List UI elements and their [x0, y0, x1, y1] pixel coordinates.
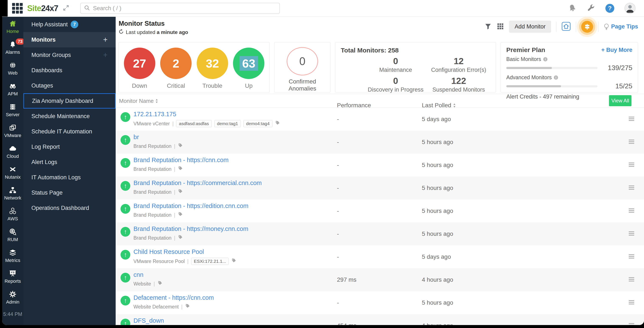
monitor-name-link[interactable]: DFS_down: [134, 317, 164, 324]
row-menu-icon[interactable]: [629, 254, 634, 259]
tag-icon[interactable]: [178, 235, 183, 241]
tag-icon[interactable]: [178, 143, 183, 149]
rail-item-alarms[interactable]: 73 Alarms: [4, 41, 22, 55]
sidebar-item-dashboards[interactable]: Dashboards: [23, 63, 116, 78]
tag-icon[interactable]: [185, 303, 190, 310]
search-input[interactable]: [92, 5, 276, 12]
row-menu-icon[interactable]: [629, 231, 634, 236]
row-menu-icon[interactable]: [629, 208, 634, 214]
row-menu-icon[interactable]: [629, 117, 634, 122]
sidebar-item-alert-logs[interactable]: Alert Logs: [23, 154, 116, 170]
rail-item-web[interactable]: Web: [4, 61, 22, 76]
filter-icon[interactable]: [484, 23, 492, 31]
rail-item-reports[interactable]: Reports: [4, 270, 22, 284]
add-monitor-button[interactable]: Add Monitor: [509, 21, 551, 33]
global-search[interactable]: [80, 3, 280, 14]
monitor-name-link[interactable]: Defacement - https://cnn.com: [134, 294, 214, 301]
sidebar-item-label: Zia Anomaly Dashboard: [32, 98, 93, 104]
status-circle-down[interactable]: 27 Down: [124, 48, 155, 89]
monitor-name-link[interactable]: Brand Reputation - https://edition.cnn.c…: [134, 203, 248, 210]
row-menu-icon[interactable]: [629, 300, 634, 305]
status-circle-trouble[interactable]: 32 Trouble: [197, 48, 228, 89]
nutanix-icon: [9, 166, 16, 173]
sidebar-item-it-automation-logs[interactable]: IT Automation Logs: [23, 170, 116, 185]
sidebar-item-operations-dashboard[interactable]: Operations Dashboard: [23, 200, 116, 216]
page-tips[interactable]: Page Tips: [604, 23, 638, 30]
status-circle-label: Trouble: [202, 82, 222, 89]
row-menu-icon[interactable]: [629, 277, 634, 282]
rail-item-admin[interactable]: Admin: [4, 290, 22, 305]
rail-item-rum[interactable]: RUM: [4, 228, 22, 242]
sidebar-item-status-page[interactable]: Status Page: [23, 185, 116, 200]
sidebar-item-schedule-maintenance[interactable]: Schedule Maintenance: [23, 109, 116, 124]
sidebar-item-schedule-it-automation[interactable]: Schedule IT Automation: [23, 124, 116, 139]
monitor-subline: Brand Reputation|: [134, 235, 183, 241]
rail-item-vmware[interactable]: VMware: [4, 124, 22, 138]
monitor-name-link[interactable]: 172.21.173.175: [134, 111, 176, 118]
monitor-name-link[interactable]: Brand Reputation - https://commercial.cn…: [134, 180, 262, 187]
buy-more-link[interactable]: + Buy More: [601, 47, 632, 53]
rail-item-nutanix[interactable]: Nutanix: [4, 166, 22, 180]
rail-item-metrics[interactable]: Metrics: [4, 249, 22, 263]
sidebar-item-outages[interactable]: Outages: [23, 78, 116, 93]
sidebar-item-label: Status Page: [32, 190, 62, 196]
monitor-type: Brand Reputation: [134, 235, 172, 241]
add-icon[interactable]: +: [103, 35, 108, 44]
row-menu-icon[interactable]: [629, 323, 634, 325]
row-menu-icon[interactable]: [629, 186, 634, 191]
sidebar-item-zia-anomaly-dashboard[interactable]: Zia Anomaly Dashboard: [23, 93, 116, 109]
monitor-row: ↑ br Brand Reputation| - 5 hours ago: [116, 131, 644, 153]
tag-pill: asdfasd:asdfas: [176, 120, 212, 127]
sidebar-item-label: Dashboards: [32, 67, 62, 74]
rail-item-label: Home: [6, 29, 19, 34]
refresh-icon[interactable]: [118, 29, 124, 36]
sidebar-item-monitors[interactable]: Monitors +: [23, 32, 116, 47]
guided-tour-signpost-icon[interactable]: [581, 21, 593, 33]
last-updated-text: Last updated a minute ago: [126, 29, 188, 35]
notifications-bell-icon[interactable]: [568, 4, 576, 13]
view-all-button[interactable]: View All: [609, 95, 632, 106]
info-icon[interactable]: i: [554, 75, 558, 80]
rail-item-server[interactable]: Server: [4, 103, 22, 117]
tag-icon[interactable]: [158, 281, 162, 287]
sidebar-item-log-report[interactable]: Log Report: [23, 139, 116, 154]
plan-card: Premier Plan + Buy More Basic Monitors i…: [500, 42, 638, 92]
tag-icon[interactable]: [178, 189, 183, 195]
total-stat-value: 0: [364, 76, 427, 86]
grid-view-icon[interactable]: [497, 23, 504, 31]
rail-item-apm[interactable]: APM: [4, 82, 22, 97]
confirmed-anomalies-card[interactable]: 0 Confirmed Anomalies: [274, 42, 330, 92]
add-icon[interactable]: +: [103, 51, 108, 60]
monitor-name-link[interactable]: cnn: [134, 271, 144, 278]
column-monitor-name[interactable]: Monitor Name: [119, 98, 158, 104]
expand-icon[interactable]: [63, 5, 69, 12]
rail-item-network[interactable]: Network: [4, 186, 22, 201]
row-menu-icon[interactable]: [629, 162, 634, 168]
tools-wrench-icon[interactable]: [587, 4, 595, 13]
rail-item-home[interactable]: Home: [4, 20, 22, 34]
status-circle-up[interactable]: 63 Up: [233, 48, 264, 89]
monitor-row: ↑ Brand Reputation - https://money.cnn.c…: [116, 222, 644, 245]
tag-icon[interactable]: [178, 212, 183, 218]
rail-item-cloud[interactable]: Cloud: [4, 145, 22, 159]
monitor-name-link[interactable]: br: [134, 134, 139, 141]
status-circle-critical[interactable]: 2 Critical: [160, 48, 192, 89]
app-grid-icon[interactable]: [10, 2, 24, 15]
sidebar-item-help-assistant[interactable]: Help Assistant 7: [23, 17, 116, 32]
info-icon[interactable]: i: [543, 57, 548, 61]
tag-icon[interactable]: [178, 166, 183, 172]
home-dashboard-icon[interactable]: [562, 22, 571, 32]
monitor-name-link[interactable]: Brand Reputation - https://cnn.com: [134, 156, 228, 163]
sidebar-item-label: IT Automation Logs: [32, 174, 81, 181]
row-menu-icon[interactable]: [629, 139, 634, 145]
total-stat-value: 122: [427, 76, 490, 86]
sidebar-item-monitor-groups[interactable]: Monitor Groups +: [23, 47, 116, 63]
user-avatar[interactable]: [624, 3, 636, 14]
rail-item-aws[interactable]: AWS: [4, 207, 22, 222]
monitor-name-link[interactable]: Child Host Resource Pool: [134, 248, 204, 255]
meter-bar: [506, 67, 598, 69]
help-icon[interactable]: ?: [606, 4, 614, 13]
tag-icon[interactable]: [275, 120, 280, 127]
tag-icon[interactable]: [231, 258, 236, 264]
monitor-name-link[interactable]: Brand Reputation - https://money.cnn.com: [134, 225, 248, 232]
